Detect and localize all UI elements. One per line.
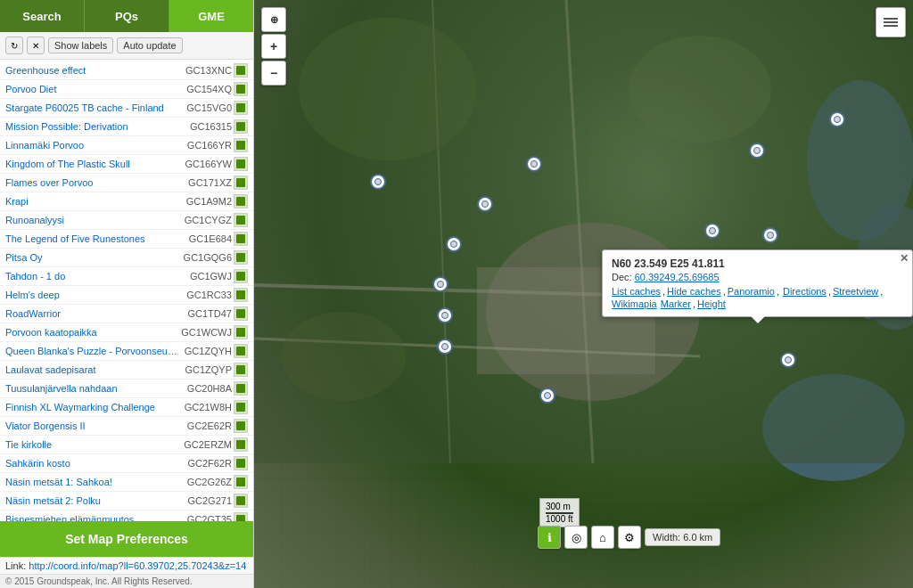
map-marker[interactable]: [437, 339, 453, 355]
cache-name-link[interactable]: Bisnesmiehen elämänmuutos: [5, 514, 184, 521]
close-button[interactable]: ✕: [27, 37, 45, 54]
cache-name-link[interactable]: Finnish XL Waymarking Challenge: [5, 402, 181, 412]
cache-type-icon[interactable]: [234, 306, 248, 321]
map-marker[interactable]: [432, 276, 448, 292]
popup-wikimapia-link[interactable]: Wikimapia: [612, 298, 657, 309]
map-marker[interactable]: [446, 236, 462, 252]
cache-name-link[interactable]: Runoanalyysi: [5, 215, 181, 225]
popup-height-link[interactable]: Height: [697, 298, 726, 309]
popup-list-caches-link[interactable]: List caches: [612, 286, 661, 297]
cache-name-link[interactable]: Linnamäki Porvoo: [5, 140, 184, 151]
cache-type-icon[interactable]: [234, 381, 248, 396]
cache-code: GC2G26Z: [187, 477, 232, 487]
cache-name-link[interactable]: RoadWarrior: [5, 308, 184, 319]
marker-icon: [834, 116, 841, 123]
tab-search[interactable]: Search: [0, 0, 85, 32]
cache-type-icon[interactable]: [234, 101, 248, 115]
map-marker[interactable]: [526, 156, 542, 172]
map-marker[interactable]: [780, 352, 796, 368]
popup-dec-link[interactable]: 60.39249,25.69685: [635, 272, 720, 282]
svg-rect-15: [236, 347, 245, 355]
map-marker[interactable]: [749, 143, 765, 159]
marker-icon: [767, 232, 774, 239]
popup-close-button[interactable]: ✕: [900, 252, 909, 265]
home-button[interactable]: ⌂: [591, 526, 614, 549]
cache-name-link[interactable]: Porvoon kaatopaikka: [5, 327, 177, 338]
cache-name-link[interactable]: Tahdon - 1 do: [5, 271, 186, 282]
cache-type-icon[interactable]: [234, 213, 248, 227]
cache-type-icon[interactable]: [234, 494, 248, 508]
cache-name-link[interactable]: Mission Possible: Derivation: [5, 121, 186, 132]
cache-type-icon[interactable]: [234, 232, 248, 246]
tab-gme[interactable]: GME: [169, 0, 253, 32]
map-area[interactable]: ⊕ + − ✕ N60 23.549 E25 41.811 Dec: 60.39…: [254, 0, 913, 588]
cache-item: The Legend of Five RunestonesGC1E684: [0, 230, 253, 249]
cache-type-icon[interactable]: [234, 325, 248, 339]
cache-type-icon[interactable]: [234, 194, 248, 208]
cache-name-link[interactable]: Sahkärin kosto: [5, 458, 184, 469]
zoom-in-button[interactable]: +: [261, 34, 286, 59]
layers-button[interactable]: [876, 7, 906, 37]
cache-name-link[interactable]: Näsin metsät 2: Polku: [5, 495, 184, 506]
pin-button[interactable]: ◎: [564, 526, 588, 549]
cache-name-link[interactable]: Viator Borgensis II: [5, 421, 184, 431]
popup-marker-link[interactable]: Marker: [661, 298, 691, 309]
cache-name-link[interactable]: Näsin metsät 1: Sahkoa!: [5, 477, 184, 487]
cache-type-icon[interactable]: [234, 119, 248, 134]
cache-name-link[interactable]: Laulavat sadepisarat: [5, 364, 181, 375]
cache-name-link[interactable]: Flames over Porvoo: [5, 177, 185, 188]
cache-type-icon[interactable]: [234, 138, 248, 152]
popup-separator-3: ,: [777, 286, 779, 297]
cache-type-icon[interactable]: [234, 250, 248, 265]
compass-button[interactable]: ⊕: [261, 7, 286, 32]
info-button[interactable]: ℹ: [538, 526, 561, 549]
show-labels-button[interactable]: Show labels: [48, 37, 113, 53]
cache-name-link[interactable]: Helm's deep: [5, 290, 183, 300]
cache-type-icon[interactable]: [234, 269, 248, 283]
set-map-preferences-button[interactable]: Set Map Preferences: [0, 521, 253, 557]
popup-streetview-link[interactable]: Streetview: [833, 286, 878, 297]
cache-type-icon[interactable]: [234, 437, 248, 452]
popup-directions-link[interactable]: Directions: [783, 286, 827, 297]
cache-type-icon[interactable]: [234, 363, 248, 377]
cache-type-icon[interactable]: [234, 288, 248, 302]
marker-icon: [374, 178, 382, 185]
cache-name-link[interactable]: Kingdom of The Plastic Skull: [5, 159, 181, 169]
map-marker[interactable]: [370, 174, 386, 190]
map-marker[interactable]: [539, 388, 555, 404]
map-marker[interactable]: [704, 223, 720, 239]
cache-code: GC2G271: [187, 495, 232, 506]
cache-type-icon[interactable]: [234, 157, 248, 171]
settings-button[interactable]: ⚙: [618, 526, 641, 549]
cache-type-icon[interactable]: [234, 419, 248, 433]
map-marker[interactable]: [762, 227, 778, 243]
cache-type-icon[interactable]: [234, 456, 248, 470]
cache-name-link[interactable]: Krapi: [5, 196, 183, 207]
cache-name-link[interactable]: Porvoo Diet: [5, 84, 183, 94]
cache-name-link[interactable]: Tuusulanjärvella nahdaan: [5, 383, 184, 394]
cache-name-link[interactable]: Pitsa Oy: [5, 252, 180, 263]
popup-panoramio-link[interactable]: Panoramio: [728, 286, 775, 297]
cache-name-link[interactable]: Queen Blanka's Puzzle - Porvoonseudun al…: [5, 346, 181, 356]
link-url[interactable]: http://coord.info/map?ll=60.39702,25.702…: [29, 560, 246, 571]
map-marker[interactable]: [829, 111, 845, 127]
cache-type-icon[interactable]: [234, 344, 248, 358]
auto-update-button[interactable]: Auto update: [117, 37, 182, 53]
refresh-button[interactable]: ↻: [5, 37, 23, 54]
cache-type-icon[interactable]: [234, 400, 248, 414]
cache-name-link[interactable]: The Legend of Five Runestones: [5, 233, 185, 244]
cache-type-icon[interactable]: [234, 512, 248, 521]
svg-rect-43: [884, 25, 898, 27]
zoom-out-button[interactable]: −: [261, 61, 286, 86]
cache-name-link[interactable]: Stargate P60025 TB cache - Finland: [5, 102, 183, 113]
cache-type-icon[interactable]: [234, 475, 248, 489]
cache-type-icon[interactable]: [234, 63, 248, 78]
cache-name-link[interactable]: Greenhouse effect: [5, 65, 182, 76]
cache-type-icon[interactable]: [234, 82, 248, 96]
cache-type-icon[interactable]: [234, 176, 248, 190]
tab-pqs[interactable]: PQs: [85, 0, 169, 32]
cache-name-link[interactable]: Tie kirkolle: [5, 439, 180, 450]
map-marker[interactable]: [437, 307, 453, 323]
popup-hide-caches-link[interactable]: Hide caches: [667, 286, 721, 297]
map-marker[interactable]: [477, 196, 493, 212]
